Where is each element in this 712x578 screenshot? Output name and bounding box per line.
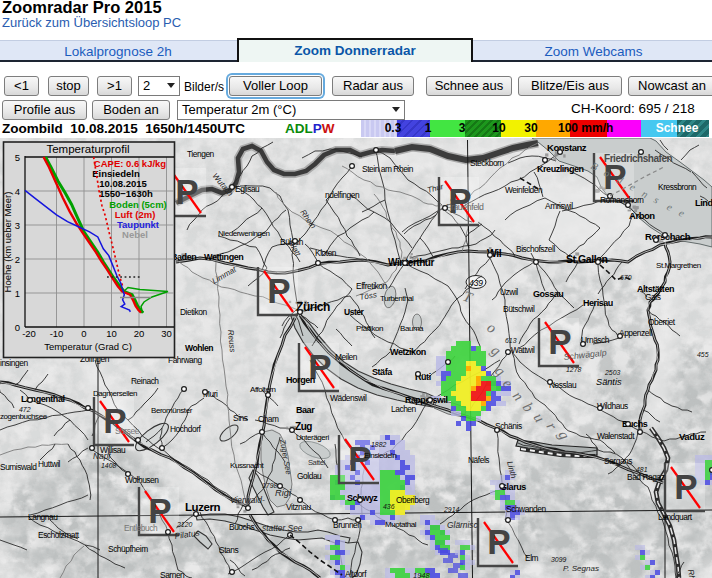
svg-text:Kressbronn: Kressbronn xyxy=(658,182,697,192)
svg-text:Oberriet: Oberriet xyxy=(648,317,676,327)
svg-text:Stein am Rhein: Stein am Rhein xyxy=(362,164,414,174)
svg-text:ndelfingen: ndelfingen xyxy=(325,190,360,200)
svg-text:Temperatur (Grad C): Temperatur (Grad C) xyxy=(44,341,132,352)
svg-text:Bad Ragaz: Bad Ragaz xyxy=(627,472,665,482)
svg-text:Uzwil: Uzwil xyxy=(500,287,518,297)
svg-text:Nebel: Nebel xyxy=(122,229,148,240)
svg-text:Napf: Napf xyxy=(93,451,112,461)
svg-text:Eglisau: Eglisau xyxy=(235,184,260,194)
svg-text:30: 30 xyxy=(161,328,172,339)
svg-text:Romanshorn: Romanshorn xyxy=(600,195,644,205)
svg-text:Schüpfheim: Schüpfheim xyxy=(108,544,148,554)
svg-text:Sursee: Sursee xyxy=(115,426,140,436)
svg-text:Sarnen: Sarnen xyxy=(160,570,185,578)
svg-text:Kloten: Kloten xyxy=(315,248,337,258)
svg-text:Stans: Stans xyxy=(219,545,238,555)
svg-text:Walenstadt: Walenstadt xyxy=(597,431,635,441)
svg-text:Dietikon: Dietikon xyxy=(180,307,207,317)
svg-text:2914: 2914 xyxy=(443,506,459,513)
svg-text:Rorschach: Rorschach xyxy=(645,231,691,242)
svg-text:1948: 1948 xyxy=(413,571,431,578)
svg-text:Turbenthal: Turbenthal xyxy=(380,294,414,303)
svg-text:P. Segnas: P. Segnas xyxy=(563,564,599,573)
svg-text:Luzern: Luzern xyxy=(185,501,220,513)
svg-text:Altdorf: Altdorf xyxy=(345,569,367,578)
svg-text:4: 4 xyxy=(15,186,20,197)
svg-text:Kreuzlingen: Kreuzlingen xyxy=(537,164,584,174)
svg-text:zogenbuchsee: zogenbuchsee xyxy=(0,412,48,421)
svg-text:2503: 2503 xyxy=(604,369,620,376)
svg-text:Wohlen: Wohlen xyxy=(185,343,213,353)
svg-text:Meilen: Meilen xyxy=(335,352,358,362)
svg-text:Cham: Cham xyxy=(258,414,279,424)
svg-text:Wetzikon: Wetzikon xyxy=(390,347,426,357)
svg-text:10: 10 xyxy=(106,328,117,339)
svg-text:Gossau: Gossau xyxy=(533,289,563,299)
svg-text:Entlebuch: Entlebuch xyxy=(124,523,158,533)
svg-text:Vierwald-: Vierwald- xyxy=(230,495,265,505)
svg-text:Näfels: Näfels xyxy=(468,455,489,465)
svg-text:Friedrichshafen: Friedrichshafen xyxy=(604,153,673,164)
svg-text:Dagmersellen: Dagmersellen xyxy=(93,389,137,398)
svg-text:Einsiedeln: Einsiedeln xyxy=(364,451,396,460)
svg-text:Schwyz: Schwyz xyxy=(347,493,378,503)
svg-text:Lachen: Lachen xyxy=(391,404,417,414)
svg-text:Sargans: Sargans xyxy=(604,456,632,466)
svg-text:Baar: Baar xyxy=(296,405,315,415)
svg-text:-10: -10 xyxy=(50,328,64,339)
svg-text:Escholzmatt: Escholzmatt xyxy=(38,530,80,540)
svg-text:3: 3 xyxy=(15,220,20,231)
svg-text:Wattwil: Wattwil xyxy=(511,345,535,355)
svg-text:Weinfelden: Weinfelden xyxy=(505,185,543,195)
svg-text:Rigi: Rigi xyxy=(275,488,292,498)
svg-text:Uster: Uster xyxy=(344,307,365,317)
svg-text:Zug: Zug xyxy=(295,421,312,432)
svg-text:Säntis: Säntis xyxy=(596,377,622,387)
svg-text:Muotathal: Muotathal xyxy=(385,520,417,529)
svg-text:1278: 1278 xyxy=(566,366,581,373)
svg-text:Konstanz: Konstanz xyxy=(547,142,587,153)
svg-text:Affoltern: Affoltern xyxy=(250,385,276,394)
svg-text:20: 20 xyxy=(134,328,145,339)
svg-text:613: 613 xyxy=(505,337,517,344)
svg-text:Nesslau: Nesslau xyxy=(549,380,577,390)
svg-text:Landquart: Landquart xyxy=(658,512,693,522)
svg-text:436: 436 xyxy=(383,503,395,510)
svg-text:0: 0 xyxy=(81,328,86,339)
svg-text:Bauma: Bauma xyxy=(400,324,424,333)
svg-text:Vaduz: Vaduz xyxy=(679,431,705,442)
svg-text:Huttwil: Huttwil xyxy=(38,459,61,469)
svg-text:Niederweningen: Niederweningen xyxy=(218,229,270,238)
svg-text:Wettingen: Wettingen xyxy=(204,252,243,262)
svg-text:3099: 3099 xyxy=(551,556,566,563)
svg-text:-20: -20 xyxy=(22,328,36,339)
svg-text:Temperaturprofil: Temperaturprofil xyxy=(46,143,129,155)
svg-text:Kussnacht: Kussnacht xyxy=(230,461,265,470)
svg-text:Gais: Gais xyxy=(645,292,661,302)
svg-text:Unterägeri: Unterägeri xyxy=(296,433,330,442)
svg-text:Arbon: Arbon xyxy=(629,210,655,221)
svg-text:1: 1 xyxy=(15,288,20,299)
svg-text:Beromünster: Beromünster xyxy=(151,406,193,415)
svg-text:1550−1630h: 1550−1630h xyxy=(99,188,153,199)
svg-text:472: 472 xyxy=(19,406,31,413)
svg-text:Oberiberg: Oberiberg xyxy=(396,495,430,505)
svg-text:St.Margrethen: St.Margrethen xyxy=(656,261,701,270)
svg-text:1798: 1798 xyxy=(262,482,277,489)
svg-text:2120: 2120 xyxy=(176,521,192,528)
svg-text:Sattel: Sattel xyxy=(308,458,325,467)
svg-text:Steckborn: Steckborn xyxy=(470,158,504,168)
svg-text:Effretikon: Effretikon xyxy=(356,281,388,291)
svg-text:1408: 1408 xyxy=(101,462,116,469)
svg-text:Frauenfeld: Frauenfeld xyxy=(446,202,484,212)
svg-text:Herisau: Herisau xyxy=(583,298,613,308)
svg-text:455: 455 xyxy=(697,351,709,358)
svg-text:Goldau: Goldau xyxy=(297,471,322,481)
svg-text:Tiengen: Tiengen xyxy=(187,149,215,159)
svg-text:Wolhusen: Wolhusen xyxy=(125,475,159,485)
svg-text:Hoehe (km ueber Meer): Hoehe (km ueber Meer) xyxy=(2,192,13,293)
svg-text:Glärnisc: Glärnisc xyxy=(447,520,479,530)
svg-text:Elm: Elm xyxy=(525,553,539,563)
svg-text:Bischofszell: Bischofszell xyxy=(516,244,555,254)
svg-text:Bütschwil: Bütschwil xyxy=(503,304,535,314)
